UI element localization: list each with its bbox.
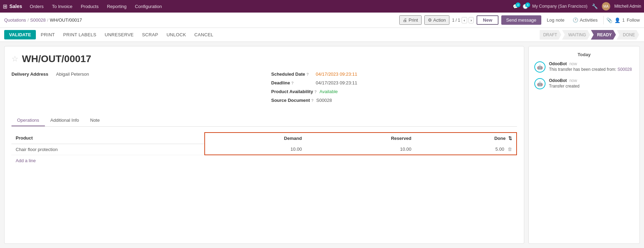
msg-link-1[interactable]: S00028 [618,67,632,72]
settings-icon[interactable]: 🔧 [592,3,598,9]
clock-icon-button[interactable]: 🕐 6 [523,4,528,9]
breadcrumb-current: WH/OUT/00017 [50,17,82,23]
chatter-message-1: 🤖 OdooBot now This transfer has been cre… [534,61,634,73]
follow-section: 📎 👤 1 Follow [606,17,640,23]
sort-icon[interactable]: ⇅ [508,136,512,141]
avatar[interactable]: MA [602,2,610,10]
cell-reserved: 10.00 [306,144,416,155]
grid-icon: ⊞ [3,3,7,10]
unreserve-button[interactable]: UNRESERVE [101,31,137,39]
cell-product: Chair floor protection [11,144,205,155]
breadcrumb: Quotations / S00028 / WH/OUT/00017 [4,17,82,23]
deadline-field: Deadline ? 04/17/2023 09:23:11 [271,80,517,85]
secondary-actions: 🖨 Print ⚙ Action 1 / 1 ‹ › New Send mess… [399,15,640,25]
msg-time-1: now [570,61,577,66]
action-button[interactable]: ⚙ Action [424,15,449,25]
source-document-value: S00028 [316,98,332,103]
pipeline-step-ready: READY [591,30,616,40]
message-content-1: OdooBot now This transfer has been creat… [549,61,632,73]
print-action-button[interactable]: PRINT [37,31,58,39]
msg-text-1: This transfer has been created from: S00… [549,67,632,72]
user-name: Mitchell Admin [614,4,641,9]
activities-button[interactable]: 🕐 Activities [570,16,600,24]
cancel-button[interactable]: CANCEL [191,31,217,39]
chat-icon-button[interactable]: 💬 4 [513,4,518,9]
top-navigation: ⊞ Sales Orders To Invoice Products Repor… [0,0,644,13]
next-page-button[interactable]: › [469,17,474,23]
msg-text-2: Transfer created [549,84,580,89]
send-message-button[interactable]: Send message [501,15,541,25]
chat-badge: 4 [516,2,520,7]
print-labels-button[interactable]: PRINT LABELS [60,31,100,39]
chatter-date-header: Today [534,52,634,57]
app-logo[interactable]: ⊞ Sales [3,3,22,10]
form-right-col: Scheduled Date ? 04/17/2023 09:23:11 Dea… [271,72,517,106]
source-doc-help: ? [311,98,314,103]
nav-item-reporting[interactable]: Reporting [103,2,130,10]
col-header-reserved: Reserved [306,133,416,144]
tab-note[interactable]: Note [85,115,105,126]
tab-additional-info[interactable]: Additional Info [45,115,85,126]
product-availability-field: Product Availability ? Available [271,89,517,94]
record-name: WH/OUT/00017 [22,53,91,65]
msg-author-2: OdooBot [549,78,567,83]
favorite-star-icon[interactable]: ☆ [11,54,18,63]
prev-page-button[interactable]: ‹ [462,17,467,23]
divider [603,16,604,24]
deadline-label: Deadline ? [271,80,313,85]
nav-item-orders[interactable]: Orders [26,2,47,10]
breadcrumb-sep2: / [47,17,48,23]
print-button[interactable]: 🖨 Print [399,15,422,25]
msg-author-1: OdooBot [549,61,567,66]
breadcrumb-s00028[interactable]: S00028 [30,17,46,23]
cell-done[interactable]: 5.00 🗑 [416,144,517,155]
main-content: ☆ WH/OUT/00017 Delivery Address Abigail … [0,42,644,248]
tabs: Operations Additional Info Note [11,115,517,127]
scrap-button[interactable]: SCRAP [139,31,162,39]
pipeline-step-draft: DRAFT [540,30,561,40]
validate-button[interactable]: VALIDATE [4,30,36,39]
delete-icon[interactable]: 🗑 [508,146,512,152]
breadcrumb-quotations[interactable]: Quotations [4,17,26,23]
activities-icon: 🕐 [573,17,578,23]
delivery-address-value: Abigail Peterson [56,72,89,77]
tab-operations[interactable]: Operations [11,115,45,126]
action-bar: VALIDATE PRINT PRINT LABELS UNRESERVE SC… [0,28,644,42]
col-header-demand: Demand [205,133,306,144]
nav-item-products[interactable]: Products [77,2,102,10]
app-name: Sales [9,3,22,9]
deadline-value: 04/17/2023 09:23:11 [316,80,357,85]
product-availability-label: Product Availability ? [271,89,317,94]
follow-button[interactable]: Follow [627,17,640,23]
table-row: Chair floor protection 10.00 10.00 5.00 … [11,144,517,155]
unlock-button[interactable]: UNLOCK [163,31,189,39]
cell-demand[interactable]: 10.00 [205,144,306,155]
msg-time-2: now [570,78,577,83]
delivery-address-label: Delivery Address [11,72,53,77]
availability-help: ? [314,90,317,94]
log-note-button[interactable]: Log note [544,16,567,24]
add-line-button[interactable]: Add a line [11,158,517,163]
source-document-label: Source Document ? [271,98,314,103]
new-button[interactable]: New [477,15,498,25]
nav-item-configuration[interactable]: Configuration [132,2,165,10]
pipeline-step-done: DONE [616,30,639,40]
source-document-field: Source Document ? S00028 [271,98,517,103]
company-name: My Company (San Francisco) [532,4,588,9]
clock-badge: 6 [525,2,530,7]
page-navigation: 1 / 1 ‹ › [452,17,474,23]
nav-item-toinvoice[interactable]: To Invoice [48,2,76,10]
pipeline: DRAFT WAITING READY DONE [540,30,640,40]
nav-right: 💬 4 🕐 6 My Company (San Francisco) 🔧 MA … [513,2,641,10]
printer-icon: 🖨 [403,17,407,23]
paperclip-icon[interactable]: 📎 [606,17,612,23]
chatter-panel: Today 🤖 OdooBot now This transfer has be… [528,46,640,244]
scheduled-date-help: ? [306,72,309,76]
scheduled-date-field: Scheduled Date ? 04/17/2023 09:23:11 [271,72,517,77]
scheduled-date-label: Scheduled Date ? [271,72,313,77]
form-fields: Delivery Address Abigail Peterson Schedu… [11,72,517,106]
secondary-bar: Quotations / S00028 / WH/OUT/00017 🖨 Pri… [0,13,644,28]
gear-icon: ⚙ [428,17,432,23]
delivery-address-field: Delivery Address Abigail Peterson [11,72,257,77]
person-icon: 👤 [614,17,620,23]
